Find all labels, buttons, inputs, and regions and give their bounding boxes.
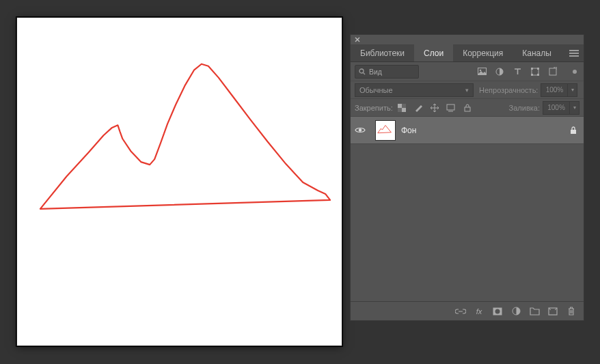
panel-tabs: Библиотеки Слои Коррекция Каналы <box>351 44 584 62</box>
layer-row[interactable]: Фон <box>351 117 584 144</box>
add-adjustment-icon[interactable] <box>510 306 521 317</box>
layer-name[interactable]: Фон <box>401 126 563 135</box>
svg-point-16 <box>359 128 362 131</box>
svg-rect-8 <box>537 74 539 76</box>
lock-row: Закрепить: Заливка: 100% ▾ <box>351 99 584 117</box>
panel-close-button[interactable] <box>351 35 584 44</box>
svg-rect-13 <box>398 108 402 112</box>
lock-all-icon[interactable] <box>463 103 472 113</box>
panel-footer: fx <box>351 301 584 320</box>
layers-list[interactable]: Фон <box>351 117 584 301</box>
tab-layers[interactable]: Слои <box>414 44 453 61</box>
layer-visibility-toggle[interactable] <box>351 126 370 134</box>
blend-mode-value: Обычные <box>359 86 393 94</box>
filter-type-text-icon[interactable] <box>513 67 522 76</box>
svg-rect-6 <box>537 68 539 70</box>
new-group-icon[interactable] <box>529 306 540 317</box>
svg-point-19 <box>495 309 500 313</box>
filter-pixel-icon[interactable] <box>477 67 487 76</box>
svg-rect-5 <box>531 68 533 70</box>
opacity-label: Непрозрачность: <box>479 86 538 94</box>
search-icon <box>359 68 366 75</box>
svg-point-2 <box>479 70 481 72</box>
filter-type-dropdown[interactable]: Вид <box>355 65 419 79</box>
lock-icon <box>570 126 577 135</box>
svg-rect-7 <box>531 74 533 76</box>
eye-icon <box>355 126 366 134</box>
svg-point-0 <box>359 69 364 73</box>
layer-thumbnail[interactable] <box>375 120 396 141</box>
svg-rect-17 <box>571 130 576 134</box>
filter-shape-icon[interactable] <box>530 67 540 76</box>
panel-menu-button[interactable] <box>564 44 584 61</box>
tab-libraries[interactable]: Библиотеки <box>351 44 414 61</box>
fill-label: Заливка: <box>509 104 540 112</box>
blend-mode-dropdown[interactable]: Обычные ▾ <box>355 83 474 97</box>
lock-position-icon[interactable] <box>430 103 439 113</box>
filter-type-label: Вид <box>369 68 382 76</box>
new-layer-icon[interactable] <box>547 306 558 317</box>
layer-filter-row: Вид <box>351 62 584 81</box>
link-layers-icon[interactable] <box>455 306 466 317</box>
filter-toggle-icon[interactable] <box>573 70 577 74</box>
svg-rect-9 <box>549 68 556 75</box>
add-mask-icon[interactable] <box>492 306 503 317</box>
svg-rect-12 <box>402 104 406 108</box>
svg-rect-11 <box>402 108 406 112</box>
svg-rect-15 <box>465 107 470 111</box>
filter-smartobject-icon[interactable] <box>548 67 558 76</box>
drawing <box>17 18 342 346</box>
blend-mode-row: Обычные ▾ Непрозрачность: 100% ▾ <box>351 81 584 99</box>
delete-layer-icon[interactable] <box>566 306 577 317</box>
layers-panel: Библиотеки Слои Коррекция Каналы Вид Обы… <box>350 34 584 321</box>
filter-adjustment-icon[interactable] <box>495 67 504 76</box>
lock-artboard-icon[interactable] <box>446 103 456 113</box>
chevron-down-icon: ▾ <box>465 87 469 94</box>
lock-label: Закрепить: <box>355 104 393 112</box>
tab-adjustments[interactable]: Коррекция <box>453 44 513 61</box>
fill-value[interactable]: 100% <box>543 101 570 115</box>
svg-rect-10 <box>398 104 402 108</box>
lock-transparency-icon[interactable] <box>397 103 407 113</box>
opacity-value[interactable]: 100% <box>541 83 568 97</box>
opacity-dropdown-arrow[interactable]: ▾ <box>568 83 577 97</box>
tab-channels[interactable]: Каналы <box>513 44 561 61</box>
layer-fx-icon[interactable]: fx <box>474 306 485 317</box>
document-canvas[interactable] <box>16 17 342 346</box>
lock-pixels-icon[interactable] <box>413 103 423 113</box>
layer-lock-indicator[interactable] <box>563 126 584 135</box>
svg-rect-14 <box>447 104 454 110</box>
fill-dropdown-arrow[interactable]: ▾ <box>570 101 579 115</box>
